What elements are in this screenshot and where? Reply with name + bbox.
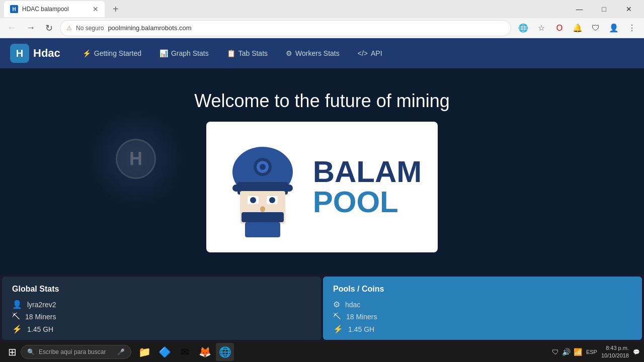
- security-icon: ⚠: [66, 25, 72, 32]
- user-icon[interactable]: 👤: [606, 20, 622, 36]
- stats-miners-label: 18 Miners: [25, 313, 56, 321]
- svg-rect-5: [232, 185, 293, 192]
- taskbar-chrome-icon[interactable]: 🌐: [216, 343, 234, 361]
- hero-hdac-letter: H: [116, 139, 156, 179]
- svg-point-4: [260, 164, 266, 170]
- browser-nav-icons: 🌐 ☆ O 🔔 🛡 👤 ⋮: [515, 20, 640, 36]
- no-secure-label: No seguro: [76, 25, 104, 32]
- minimize-button[interactable]: —: [568, 2, 591, 17]
- browser-nav-bar: ← → ↻ ⚠ No seguro poolmining.balamrobots…: [0, 18, 644, 38]
- tab-icon: 📋: [227, 49, 235, 57]
- browser-tab[interactable]: H HDAC balampool ✕: [4, 1, 105, 17]
- stats-hashrate-label: 1.45 GH: [27, 325, 53, 333]
- nav-link-getting-started[interactable]: ⚡ Getting Started: [75, 45, 148, 61]
- hero-section: Welcome to the future of mining H: [0, 68, 644, 275]
- bookmark-icon[interactable]: ☆: [533, 20, 549, 36]
- opera-icon[interactable]: O: [551, 20, 568, 36]
- notification-center-icon[interactable]: 💬: [633, 349, 640, 355]
- nav-link-label: Getting Started: [94, 49, 141, 57]
- balam-logo-container: BALAM POOL: [206, 122, 438, 252]
- global-stats-items: 👤 lyra2rev2 ⛏ 18 Miners ⚡ 1.45 GH: [12, 300, 311, 334]
- back-button[interactable]: ←: [4, 21, 19, 35]
- svg-rect-12: [242, 212, 284, 222]
- taskbar-cortana-icon[interactable]: 🔷: [155, 343, 174, 361]
- taskbar-explorer-icon[interactable]: 📁: [135, 343, 153, 361]
- tab-close-button[interactable]: ✕: [93, 5, 99, 13]
- hashrate-stats-icon: ⚡: [12, 324, 22, 334]
- pools-coins-card: Pools / Coins ⚙ hdac ⛏ 18 Miners ⚡ 1.45 …: [323, 277, 642, 340]
- pools-item-miners: ⛏ 18 Miners: [333, 312, 632, 321]
- stats-item-hashrate: ⚡ 1.45 GH: [12, 324, 311, 334]
- mail-icon: ✉: [181, 346, 189, 358]
- close-button[interactable]: ✕: [617, 2, 640, 17]
- pools-coins-items: ⚙ hdac ⛏ 18 Miners ⚡ 1.45 GH: [333, 300, 632, 334]
- notification-icon[interactable]: 🔔: [570, 20, 586, 36]
- svg-rect-13: [245, 222, 280, 237]
- cortana-icon: 🔷: [158, 346, 171, 358]
- nav-link-label: API: [371, 49, 382, 57]
- taskbar-language: ESP: [586, 349, 597, 355]
- pools-item-coin: ⚙ hdac: [333, 300, 632, 309]
- pools-coin-label: hdac: [345, 301, 360, 309]
- firefox-icon: 🦊: [199, 346, 211, 358]
- miners-stats-icon: ⛏: [12, 312, 20, 321]
- antivirus-icon: 🛡: [552, 348, 559, 356]
- balam-text: BALAM POOL: [313, 157, 422, 217]
- taskbar-sys-icons: 🛡 🔊 📶: [552, 348, 582, 356]
- tab-favicon: H: [10, 5, 18, 13]
- taskbar-clock: 8:43 p.m. 10/10/2018: [601, 344, 629, 360]
- speaker-icon: 🔊: [562, 348, 571, 356]
- translate-icon[interactable]: 🌐: [515, 20, 531, 36]
- site-logo[interactable]: H Hdac: [10, 44, 60, 63]
- adblock-icon[interactable]: 🛡: [588, 20, 604, 36]
- nav-link-tab-stats[interactable]: 📋 Tab Stats: [220, 45, 275, 61]
- stats-algo-label: lyra2rev2: [27, 301, 56, 309]
- svg-point-9: [250, 197, 256, 203]
- nav-link-label: Graph Stats: [171, 49, 209, 57]
- stats-item-miners: ⛏ 18 Miners: [12, 312, 311, 321]
- new-tab-button[interactable]: +: [109, 4, 123, 15]
- nav-link-graph-stats[interactable]: 📊 Graph Stats: [152, 45, 216, 61]
- forward-button[interactable]: →: [23, 21, 38, 35]
- stats-item-algo: 👤 lyra2rev2: [12, 300, 311, 309]
- site-wrapper: H Hdac ⚡ Getting Started 📊 Graph Stats 📋…: [0, 38, 644, 362]
- nav-link-label: Workers Stats: [295, 49, 340, 57]
- logo-text: Hdac: [33, 47, 60, 60]
- logo-letter: H: [16, 48, 23, 59]
- window-controls: — □ ✕: [568, 2, 640, 17]
- network-icon: 📶: [574, 348, 582, 356]
- pools-miners-label: 18 Miners: [346, 313, 377, 321]
- microphone-icon: 🎤: [117, 348, 125, 355]
- nav-link-workers-stats[interactable]: ⚙ Workers Stats: [279, 45, 347, 61]
- stats-section: Global Stats 👤 lyra2rev2 ⛏ 18 Miners ⚡ 1…: [0, 275, 644, 342]
- graph-icon: 📊: [159, 49, 168, 57]
- svg-point-11: [260, 206, 265, 212]
- url-text: poolmining.balamrobots.com: [108, 24, 505, 32]
- chrome-icon: 🌐: [219, 346, 231, 358]
- logo-icon: H: [10, 44, 29, 63]
- address-bar[interactable]: ⚠ No seguro poolmining.balamrobots.com: [60, 20, 511, 36]
- pools-item-hashrate: ⚡ 1.45 GH: [333, 324, 632, 334]
- pool-word: POOL: [313, 187, 422, 217]
- balam-logo: BALAM POOL: [222, 137, 422, 237]
- refresh-button[interactable]: ↻: [42, 21, 56, 36]
- site-nav: H Hdac ⚡ Getting Started 📊 Graph Stats 📋…: [0, 38, 644, 68]
- browser-title-bar: H HDAC balampool ✕ + — □ ✕: [0, 0, 644, 18]
- nav-link-label: Tab Stats: [238, 49, 268, 57]
- pools-coins-title: Pools / Coins: [333, 285, 632, 294]
- taskbar-search[interactable]: 🔍 Escribe aquí para buscar 🎤: [21, 345, 131, 359]
- pools-hashrate-icon: ⚡: [333, 324, 343, 334]
- maximize-button[interactable]: □: [593, 2, 615, 17]
- pools-miners-icon: ⛏: [333, 312, 341, 321]
- taskbar-search-placeholder: Escribe aquí para buscar: [39, 348, 106, 355]
- taskbar-firefox-icon[interactable]: 🦊: [196, 343, 214, 361]
- menu-icon[interactable]: ⋮: [624, 20, 640, 36]
- search-icon: 🔍: [27, 348, 35, 355]
- hero-title: Welcome to the future of mining: [194, 90, 450, 112]
- taskbar-date-value: 10/10/2018: [601, 352, 629, 359]
- nav-link-api[interactable]: </> API: [351, 45, 389, 61]
- global-stats-card: Global Stats 👤 lyra2rev2 ⛏ 18 Miners ⚡ 1…: [2, 277, 321, 340]
- taskbar-right: 🛡 🔊 📶 ESP 8:43 p.m. 10/10/2018 💬: [552, 344, 640, 360]
- taskbar-mail-icon[interactable]: ✉: [176, 343, 194, 361]
- start-button[interactable]: ⊞: [4, 344, 21, 360]
